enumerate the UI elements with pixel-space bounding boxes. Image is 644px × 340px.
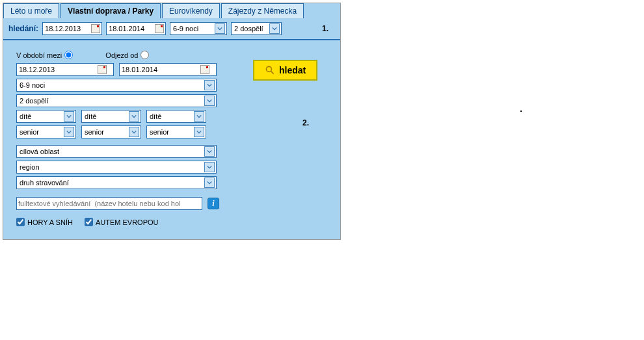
- search-label: hledání:: [8, 24, 38, 33]
- date-from[interactable]: [16, 63, 114, 76]
- search-form: V období mezi Odjezd od 6-9 noci: [3, 40, 340, 239]
- senior-value: senior: [148, 128, 169, 136]
- fulltext-input[interactable]: [16, 197, 202, 210]
- tab-germany[interactable]: Zájezdy z Německa: [221, 3, 304, 18]
- chevron-down-icon: [204, 162, 215, 172]
- calendar-icon[interactable]: [91, 24, 100, 33]
- nights-select[interactable]: 6-9 noci: [16, 79, 217, 92]
- car-europe-checkbox[interactable]: [85, 218, 93, 226]
- senior-value: senior: [83, 128, 104, 136]
- child-select-1[interactable]: dítě: [16, 110, 76, 123]
- period-radio-label[interactable]: V období mezi: [16, 51, 73, 59]
- depart-radio[interactable]: [141, 51, 149, 59]
- adults-value: 2 dospělí: [18, 97, 49, 105]
- period-label-text: V období mezi: [16, 51, 62, 59]
- quick-date-to-input[interactable]: [108, 24, 154, 33]
- child-value: dítě: [18, 112, 31, 120]
- search-button[interactable]: hledat: [253, 60, 317, 81]
- tab-summer[interactable]: Léto u moře: [3, 3, 59, 18]
- stray-dot: [520, 111, 522, 112]
- destination-value: cílová oblast: [18, 148, 59, 155]
- destination-select[interactable]: cílová oblast: [16, 145, 217, 158]
- chevron-down-icon: [129, 111, 139, 122]
- search-icon: [265, 65, 275, 75]
- mountains-checkbox-label[interactable]: HORY A SNÍH: [16, 218, 73, 226]
- meal-value: druh stravování: [18, 179, 69, 187]
- chevron-down-icon: [204, 146, 215, 157]
- adults-select[interactable]: 2 dospělí: [16, 94, 217, 107]
- child-value: dítě: [83, 112, 96, 120]
- senior-select-2[interactable]: senior: [81, 125, 141, 138]
- car-europe-checkbox-label[interactable]: AUTEM EVROPOU: [85, 218, 159, 226]
- quick-search-bar: hledání: 6-9 noci 2 dospělí 1.: [3, 18, 340, 40]
- chevron-down-icon: [204, 80, 215, 90]
- period-radio[interactable]: [64, 51, 73, 59]
- quick-nights-value: 6-9 noci: [172, 25, 198, 33]
- marker-2: 2.: [302, 118, 309, 127]
- calendar-icon[interactable]: [200, 65, 209, 74]
- meal-select[interactable]: druh stravování: [16, 176, 217, 189]
- tab-own-transport[interactable]: Vlastní doprava / Parky: [60, 3, 161, 18]
- depart-label-text: Odjezd od: [105, 51, 138, 59]
- senior-value: senior: [18, 128, 39, 136]
- chevron-down-icon: [64, 127, 74, 137]
- quick-date-from[interactable]: [42, 22, 102, 35]
- quick-date-to[interactable]: [106, 22, 166, 35]
- marker-1: 1.: [322, 24, 335, 33]
- calendar-icon[interactable]: [98, 65, 107, 74]
- region-select[interactable]: region: [16, 161, 217, 174]
- date-from-input[interactable]: [18, 65, 96, 74]
- quick-adults-value: 2 dospělí: [233, 25, 263, 33]
- info-icon[interactable]: i: [208, 198, 219, 209]
- car-europe-label-text: AUTEM EVROPOU: [96, 218, 159, 226]
- mountains-label-text: HORY A SNÍH: [27, 218, 73, 226]
- chevron-down-icon: [215, 23, 225, 34]
- chevron-down-icon: [194, 111, 204, 122]
- chevron-down-icon: [194, 127, 204, 137]
- depart-radio-label[interactable]: Odjezd od: [105, 51, 149, 59]
- child-value: dítě: [148, 112, 161, 120]
- chevron-down-icon: [204, 96, 215, 106]
- quick-adults-select[interactable]: 2 dospělí: [231, 22, 282, 35]
- tab-bar: Léto u moře Vlastní doprava / Parky Euro…: [3, 3, 340, 18]
- child-select-3[interactable]: dítě: [146, 110, 206, 123]
- tab-euroweekends[interactable]: Eurovíkendy: [162, 3, 220, 18]
- svg-point-0: [266, 66, 271, 72]
- calendar-icon[interactable]: [155, 24, 164, 33]
- svg-line-1: [271, 72, 274, 74]
- senior-select-3[interactable]: senior: [146, 125, 206, 138]
- mountains-checkbox[interactable]: [16, 218, 25, 226]
- child-select-2[interactable]: dítě: [81, 110, 141, 123]
- region-value: region: [18, 163, 40, 171]
- search-button-label: hledat: [279, 65, 306, 75]
- senior-select-1[interactable]: senior: [16, 125, 76, 138]
- chevron-down-icon: [269, 23, 280, 34]
- chevron-down-icon: [204, 177, 215, 188]
- date-to[interactable]: [119, 63, 217, 76]
- chevron-down-icon: [129, 127, 139, 137]
- nights-value: 6-9 noci: [18, 81, 45, 89]
- quick-date-from-input[interactable]: [44, 24, 90, 33]
- chevron-down-icon: [64, 111, 74, 122]
- date-to-input[interactable]: [121, 65, 199, 74]
- quick-nights-select[interactable]: 6-9 noci: [170, 22, 227, 35]
